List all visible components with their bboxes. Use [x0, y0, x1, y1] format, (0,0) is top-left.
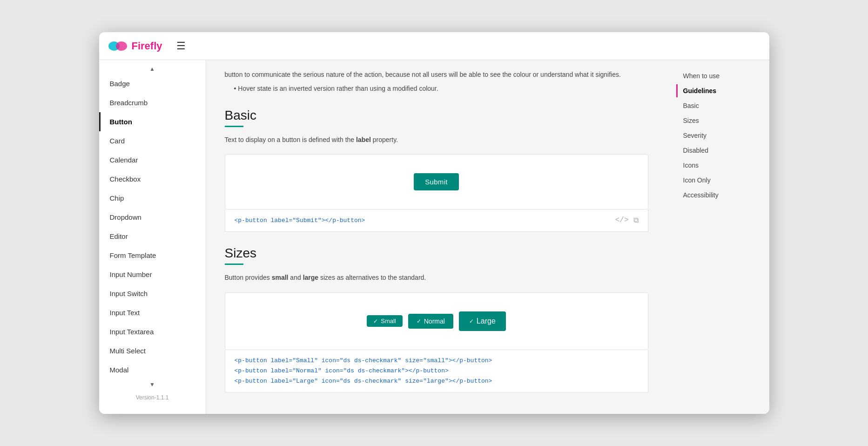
right-nav-accessibility[interactable]: Accessibility: [676, 189, 760, 202]
code-view-icon[interactable]: </>: [615, 216, 629, 225]
right-nav-sizes[interactable]: Sizes: [676, 114, 760, 127]
sidebar-item-button[interactable]: Button: [99, 112, 206, 131]
right-nav-icon-only[interactable]: Icon Only: [676, 174, 760, 187]
hamburger-button[interactable]: ☰: [176, 40, 186, 52]
sidebar: ▲ Badge Breadcrumb Button Card Calendar …: [99, 60, 206, 414]
sidebar-item-breadcrumb[interactable]: Breadcrumb: [99, 93, 206, 112]
sidebar-item-dropdown[interactable]: Dropdown: [99, 208, 206, 227]
partial-text: button to communicate the serious nature…: [225, 69, 648, 80]
large-button[interactable]: ✓ Large: [459, 311, 506, 331]
sidebar-item-form-template[interactable]: Form Template: [99, 246, 206, 265]
sidebar-item-input-textarea[interactable]: Input Textarea: [99, 322, 206, 341]
sidebar-item-calendar[interactable]: Calendar: [99, 150, 206, 169]
sidebar-item-card[interactable]: Card: [99, 131, 206, 150]
svg-point-1: [116, 41, 127, 51]
sidebar-version: Version-1.1.1: [99, 390, 206, 405]
app-window: Firefly ☰ ▲ Badge Breadcrumb Button Card…: [99, 32, 769, 414]
normal-button-label: Normal: [424, 318, 445, 325]
basic-section-title: Basic: [225, 108, 648, 123]
basic-code-text: <p-button label="Submit"></p-button>: [235, 217, 365, 224]
sidebar-item-input-text[interactable]: Input Text: [99, 303, 206, 322]
sidebar-item-editor[interactable]: Editor: [99, 227, 206, 246]
logo-text: Firefly: [132, 40, 162, 52]
right-nav-when-to-use[interactable]: When to use: [676, 69, 760, 82]
basic-description: Text to display on a button is defined w…: [225, 135, 648, 145]
sizes-code-line1: <p-button label="Small" icon="ds ds-chec…: [235, 356, 639, 366]
bullet-text: Hover state is an inverted version rathe…: [225, 83, 648, 94]
sidebar-item-modal[interactable]: Modal: [99, 360, 206, 379]
right-nav-icons[interactable]: Icons: [676, 159, 760, 172]
content-inner: button to communicate the serious nature…: [206, 60, 667, 411]
sidebar-item-input-number[interactable]: Input Number: [99, 265, 206, 284]
right-nav-disabled[interactable]: Disabled: [676, 144, 760, 157]
large-button-label: Large: [477, 317, 496, 325]
logo-icon: [108, 40, 127, 53]
size-buttons-group: ✓ Small ✓ Normal ✓ Large: [367, 311, 506, 331]
basic-code-block: <p-button label="Submit"></p-button> </>…: [225, 209, 648, 232]
sidebar-item-multi-select[interactable]: Multi Select: [99, 341, 206, 360]
code-icons: </> ⧉: [615, 216, 639, 225]
small-button[interactable]: ✓ Small: [367, 315, 403, 327]
basic-underline: [225, 126, 243, 127]
sidebar-scroll-down[interactable]: ▼: [99, 379, 206, 390]
sizes-section-title: Sizes: [225, 246, 648, 261]
content-area: button to communicate the serious nature…: [206, 60, 667, 414]
topbar: Firefly ☰: [99, 32, 769, 60]
sizes-code-block: <p-button label="Small" icon="ds ds-chec…: [225, 350, 648, 392]
sizes-demo-box: ✓ Small ✓ Normal ✓ Large: [225, 292, 648, 350]
large-checkmark: ✓: [469, 318, 474, 324]
small-checkmark: ✓: [373, 318, 378, 324]
logo-area: Firefly: [108, 40, 162, 53]
sidebar-item-input-switch[interactable]: Input Switch: [99, 284, 206, 303]
submit-button[interactable]: Submit: [414, 173, 459, 190]
sidebar-scroll-up[interactable]: ▲: [99, 64, 206, 74]
normal-button[interactable]: ✓ Normal: [408, 314, 453, 329]
right-nav-basic[interactable]: Basic: [676, 99, 760, 112]
code-copy-icon[interactable]: ⧉: [633, 216, 639, 225]
right-nav-severity[interactable]: Severity: [676, 129, 760, 142]
right-nav-guidelines[interactable]: Guidelines: [676, 84, 760, 97]
small-button-label: Small: [381, 318, 396, 324]
sidebar-item-checkbox[interactable]: Checkbox: [99, 169, 206, 189]
sizes-code-line3: <p-button label="Large" icon="ds ds-chec…: [235, 376, 639, 386]
right-nav: When to use Guidelines Basic Sizes Sever…: [667, 60, 769, 414]
sidebar-item-badge[interactable]: Badge: [99, 74, 206, 93]
normal-checkmark: ✓: [417, 318, 421, 324]
sidebar-item-chip[interactable]: Chip: [99, 189, 206, 208]
main-layout: ▲ Badge Breadcrumb Button Card Calendar …: [99, 60, 769, 414]
basic-demo-box: Submit: [225, 154, 648, 209]
sizes-description: Button provides small and large sizes as…: [225, 272, 648, 283]
sizes-code-line2: <p-button label="Normal" icon="ds ds-che…: [235, 366, 639, 376]
sizes-underline: [225, 264, 243, 265]
